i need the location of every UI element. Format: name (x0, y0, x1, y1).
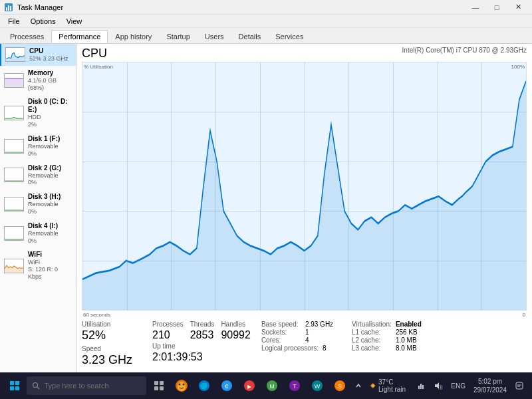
tab-services[interactable]: Services (268, 30, 311, 43)
network-tray[interactable] (414, 380, 428, 392)
svg-text:M: M (270, 383, 275, 390)
menu-bar: File Options View (0, 15, 532, 28)
taskbar-app-1[interactable]: e (217, 374, 237, 398)
svg-rect-21 (154, 386, 158, 390)
sidebar-item-wifi[interactable]: WiFi WiFi S: 120 R: 0 Kbps (0, 247, 76, 283)
tray-expand[interactable] (352, 381, 364, 390)
tab-processes[interactable]: Processes (3, 30, 51, 43)
tab-users[interactable]: Users (198, 30, 231, 43)
speed-value: 3.23 GHz (82, 354, 142, 367)
processor-name: Intel(R) Core(TM) i7 CPU 870 @ 2.93GHz (402, 47, 527, 54)
tab-performance[interactable]: Performance (51, 30, 108, 43)
svg-point-26 (183, 384, 185, 386)
start-button[interactable] (3, 374, 27, 398)
taskbar-app-4[interactable]: T (285, 374, 305, 398)
taskbar-app-3[interactable]: M (262, 374, 282, 398)
logical-label: Logical processors: (261, 344, 319, 352)
memory-mini-chart (4, 73, 24, 88)
wifi-sidebar-label: WiFi (28, 251, 72, 259)
threads-label: Threads (190, 321, 215, 328)
language-tray[interactable]: ENG (448, 381, 468, 391)
svg-rect-19 (154, 381, 158, 385)
sidebar-item-cpu[interactable]: CPU 52% 3.23 GHz (0, 44, 76, 66)
taskbar-app-5[interactable]: W (307, 374, 327, 398)
svg-text:)))): )))) (440, 384, 443, 390)
l1-value: 256 KB (396, 329, 418, 336)
content-header: CPU Intel(R) Core(TM) i7 CPU 870 @ 2.93G… (82, 47, 527, 61)
volume-tray[interactable]: )))) (431, 380, 446, 392)
tab-bar: Processes Performance App history Startu… (0, 28, 532, 44)
weather-text: 37°C Light rain (378, 378, 408, 393)
sidebar-item-disk4[interactable]: Disk 4 (I:) Removable 0% (0, 219, 76, 248)
search-icon (32, 382, 40, 390)
mascot-icon[interactable] (172, 374, 192, 398)
svg-text:W: W (315, 383, 321, 390)
disk3-sidebar-sub1: Removable (28, 201, 61, 208)
title-text: Task Manager (17, 3, 63, 11)
handles-value: 90992 (221, 329, 251, 341)
clock-tray[interactable]: 5:02 pm 29/07/2024 (471, 376, 509, 396)
menu-file[interactable]: File (3, 16, 25, 27)
wifi-mini-chart (4, 259, 24, 273)
sidebar-item-disk0[interactable]: Disk 0 (C: D: E:) HDD 2% (0, 94, 76, 132)
l3-value: 8.0 MB (396, 344, 417, 352)
svg-rect-3 (10, 6, 11, 11)
disk4-mini-chart (4, 226, 24, 241)
memory-sidebar-sub: 4.1/6.0 GB (68%) (28, 77, 72, 92)
disk1-sidebar-sub1: Removable (28, 143, 60, 150)
svg-marker-4 (6, 53, 24, 62)
taskbar-app-2[interactable]: ▶ (239, 374, 259, 398)
uptime-value: 2:01:39:53 (152, 351, 251, 363)
svg-marker-6 (5, 118, 23, 120)
menu-view[interactable]: View (61, 16, 88, 27)
cores-value: 4 (305, 336, 309, 344)
sidebar-item-disk2[interactable]: Disk 2 (G:) Removable 0% (0, 161, 76, 190)
svg-text:▶: ▶ (247, 384, 252, 390)
memory-sidebar-label: Memory (28, 69, 72, 77)
disk3-mini-chart (4, 197, 24, 211)
taskbar-app-6[interactable]: S (330, 374, 350, 398)
taskbar: e ▶ M T W (0, 372, 532, 399)
minimize-button[interactable]: — (466, 2, 485, 13)
svg-text:e: e (225, 382, 229, 390)
app-icon (4, 3, 13, 12)
taskbar-app-icons: e ▶ M T W (149, 374, 350, 398)
weather-icon (370, 381, 376, 390)
cpu-sidebar-label: CPU (29, 47, 68, 55)
search-input[interactable] (44, 382, 130, 390)
close-button[interactable]: ✕ (508, 2, 528, 13)
taskview-icon[interactable] (149, 374, 169, 398)
sidebar-item-disk3[interactable]: Disk 3 (H:) Removable 0% (0, 190, 76, 219)
disk0-sidebar-sub1: HDD (28, 114, 72, 121)
browser-icon[interactable] (194, 374, 214, 398)
clock-date: 29/07/2024 (473, 386, 507, 394)
title-bar: Task Manager — □ ✕ (0, 0, 532, 15)
action-center-tray[interactable] (512, 380, 527, 392)
system-tray: 37°C Light rain )))) ENG 5:02 pm 29/07 (352, 376, 529, 396)
disk4-sidebar-label: Disk 4 (I:) (28, 222, 59, 230)
wifi-sidebar-sub2: S: 120 R: 0 Kbps (28, 266, 72, 281)
svg-rect-20 (160, 381, 164, 385)
cpu-mini-chart (5, 47, 25, 62)
utilisation-value: 52% (82, 329, 142, 342)
chart-x-label: 60 seconds (83, 312, 110, 318)
svg-point-40 (372, 384, 375, 387)
weather-tray[interactable]: 37°C Light rain (367, 377, 411, 394)
tab-details[interactable]: Details (231, 30, 269, 43)
disk4-sidebar-sub2: 0% (28, 237, 59, 245)
tab-startup[interactable]: Startup (159, 30, 197, 43)
disk3-sidebar-sub2: 0% (28, 208, 61, 215)
sidebar-item-disk1[interactable]: Disk 1 (F:) Removable 0% (0, 132, 76, 161)
disk2-sidebar-sub1: Removable (28, 172, 61, 180)
taskbar-search-box[interactable] (27, 376, 146, 395)
tab-app-history[interactable]: App history (108, 30, 159, 43)
disk2-mini-chart (4, 168, 24, 182)
maximize-button[interactable]: □ (487, 2, 507, 13)
disk1-sidebar-label: Disk 1 (F:) (28, 135, 60, 143)
disk3-sidebar-label: Disk 3 (H:) (28, 193, 61, 201)
menu-options[interactable]: Options (25, 16, 61, 27)
disk2-sidebar-label: Disk 2 (G:) (28, 164, 61, 172)
sidebar-item-memory[interactable]: Memory 4.1/6.0 GB (68%) (0, 66, 76, 95)
uptime-label: Up time (152, 342, 251, 350)
volume-icon: )))) (434, 381, 443, 390)
